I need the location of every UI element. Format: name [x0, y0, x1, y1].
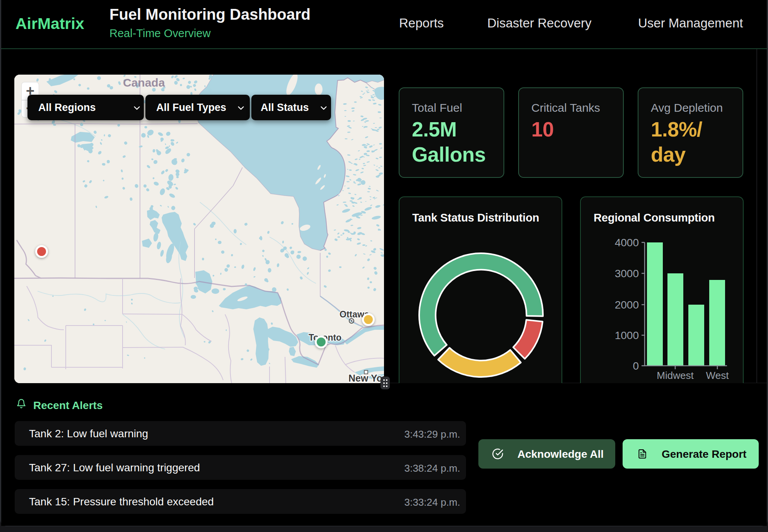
- svg-text:New York: New York: [348, 373, 384, 383]
- svg-text:1000: 1000: [615, 329, 639, 341]
- svg-text:2000: 2000: [615, 299, 639, 311]
- svg-text:4000: 4000: [615, 237, 639, 249]
- svg-text:West: West: [706, 370, 729, 381]
- svg-text:0: 0: [633, 360, 639, 372]
- svg-text:Midwest: Midwest: [657, 370, 694, 381]
- svg-text:Canada: Canada: [123, 76, 165, 89]
- svg-text:3000: 3000: [615, 268, 639, 280]
